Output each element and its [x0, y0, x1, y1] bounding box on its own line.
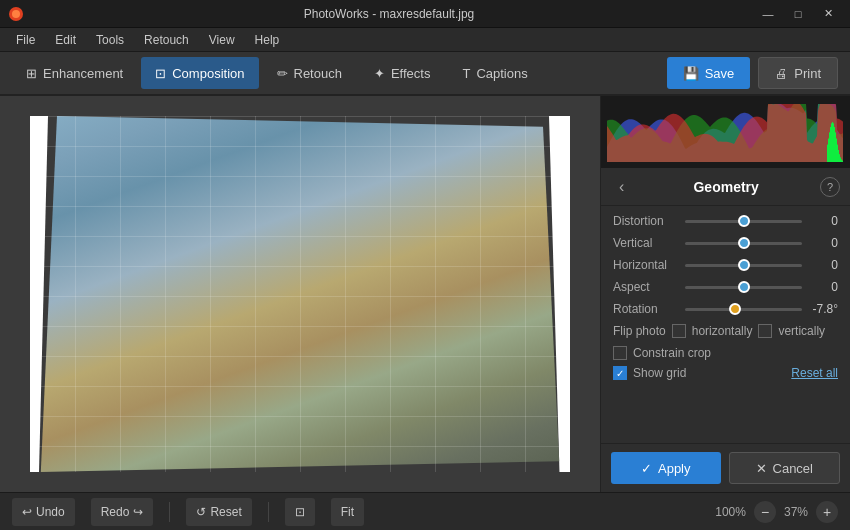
rotation-row: Rotation -7.8° — [613, 302, 838, 316]
vertical-value: 0 — [802, 236, 838, 250]
aspect-value: 0 — [802, 280, 838, 294]
distortion-value: 0 — [802, 214, 838, 228]
undo-button[interactable]: ↩ Undo — [12, 498, 75, 526]
menu-file[interactable]: File — [8, 31, 43, 49]
right-panel: ‹ Geometry ? Distortion 0 Vertical — [600, 96, 850, 492]
toolbar: ⊞ Enhancement ⊡ Composition ✏ Retouch ✦ … — [0, 52, 850, 96]
vertical-row: Vertical 0 — [613, 236, 838, 250]
retouch-icon: ✏ — [277, 66, 288, 81]
rotation-slider[interactable] — [685, 302, 802, 316]
show-grid-label: Show grid — [633, 366, 686, 380]
print-label: Print — [794, 66, 821, 81]
constrain-crop-row: Constrain crop — [613, 346, 838, 360]
fit-icon: ⊡ — [295, 505, 305, 519]
vertical-slider[interactable] — [685, 236, 802, 250]
flip-vertical-checkbox[interactable] — [758, 324, 772, 338]
app-icon — [8, 6, 24, 22]
composition-label: Composition — [172, 66, 244, 81]
constrain-crop-label: Constrain crop — [633, 346, 711, 360]
cancel-button[interactable]: ✕ Cancel — [729, 452, 841, 484]
menubar: File Edit Tools Retouch View Help — [0, 28, 850, 52]
redo-button[interactable]: Redo ↪ — [91, 498, 154, 526]
cancel-x-icon: ✕ — [756, 461, 767, 476]
cancel-label: Cancel — [773, 461, 813, 476]
menu-tools[interactable]: Tools — [88, 31, 132, 49]
statusbar-sep-1 — [169, 502, 170, 522]
grid-overlay — [30, 116, 570, 472]
menu-help[interactable]: Help — [247, 31, 288, 49]
fit-button[interactable]: ⊡ — [285, 498, 315, 526]
reset-all-link[interactable]: Reset all — [791, 366, 838, 380]
vertical-track — [685, 242, 802, 245]
effects-label: Effects — [391, 66, 431, 81]
zoom-out-button[interactable]: − — [754, 501, 776, 523]
aspect-track — [685, 286, 802, 289]
histogram-canvas — [607, 102, 843, 162]
sliders-area: Distortion 0 Vertical 0 — [601, 206, 850, 443]
minimize-button[interactable]: — — [754, 3, 782, 25]
distortion-thumb[interactable] — [738, 215, 750, 227]
geometry-header: ‹ Geometry ? — [601, 168, 850, 206]
effects-icon: ✦ — [374, 66, 385, 81]
tab-captions[interactable]: T Captions — [448, 57, 541, 89]
statusbar: ↩ Undo Redo ↪ ↺ Reset ⊡ Fit 100% − 37% + — [0, 492, 850, 530]
statusbar-sep-2 — [268, 502, 269, 522]
enhancement-icon: ⊞ — [26, 66, 37, 81]
statusbar-right: 100% − 37% + — [715, 501, 838, 523]
rotation-track — [685, 308, 802, 311]
apply-button[interactable]: ✓ Apply — [611, 452, 721, 484]
geometry-title: Geometry — [632, 179, 820, 195]
save-button[interactable]: 💾 Save — [667, 57, 751, 89]
photo-wrapper — [30, 116, 570, 472]
histogram — [601, 96, 850, 168]
constrain-crop-checkbox[interactable] — [613, 346, 627, 360]
show-grid-checkbox[interactable] — [613, 366, 627, 380]
print-button[interactable]: 🖨 Print — [758, 57, 838, 89]
tab-effects[interactable]: ✦ Effects — [360, 57, 445, 89]
show-grid-row: Show grid — [613, 366, 791, 380]
canvas-area[interactable] — [0, 96, 600, 492]
vertical-thumb[interactable] — [738, 237, 750, 249]
zoom-percentage: 100% — [715, 505, 746, 519]
flip-horizontal-checkbox[interactable] — [672, 324, 686, 338]
horizontal-thumb[interactable] — [738, 259, 750, 271]
aspect-thumb[interactable] — [738, 281, 750, 293]
close-button[interactable]: ✕ — [814, 3, 842, 25]
undo-label: Undo — [36, 505, 65, 519]
tab-retouch[interactable]: ✏ Retouch — [263, 57, 356, 89]
window-title: PhotoWorks - maxresdefault.jpg — [24, 7, 754, 21]
menu-edit[interactable]: Edit — [47, 31, 84, 49]
apply-check-icon: ✓ — [641, 461, 652, 476]
horizontal-label: Horizontal — [613, 258, 685, 272]
print-icon: 🖨 — [775, 66, 788, 81]
composition-icon: ⊡ — [155, 66, 166, 81]
flip-horizontal-label: horizontally — [692, 324, 753, 338]
reset-icon: ↺ — [196, 505, 206, 519]
rotation-label: Rotation — [613, 302, 685, 316]
window-controls: — □ ✕ — [754, 3, 842, 25]
maximize-button[interactable]: □ — [784, 3, 812, 25]
main-area: ‹ Geometry ? Distortion 0 Vertical — [0, 96, 850, 492]
menu-retouch[interactable]: Retouch — [136, 31, 197, 49]
redo-label: Redo — [101, 505, 130, 519]
distortion-track — [685, 220, 802, 223]
aspect-slider[interactable] — [685, 280, 802, 294]
geometry-help-button[interactable]: ? — [820, 177, 840, 197]
zoom-in-button[interactable]: + — [816, 501, 838, 523]
menu-view[interactable]: View — [201, 31, 243, 49]
save-icon: 💾 — [683, 66, 699, 81]
rotation-thumb[interactable] — [729, 303, 741, 315]
tab-composition[interactable]: ⊡ Composition — [141, 57, 258, 89]
horizontal-slider[interactable] — [685, 258, 802, 272]
geometry-back-button[interactable]: ‹ — [611, 174, 632, 200]
svg-point-1 — [12, 10, 20, 18]
tab-enhancement[interactable]: ⊞ Enhancement — [12, 57, 137, 89]
enhancement-label: Enhancement — [43, 66, 123, 81]
distortion-slider[interactable] — [685, 214, 802, 228]
horizontal-track — [685, 264, 802, 267]
reset-label: Reset — [210, 505, 241, 519]
fit-label-button[interactable]: Fit — [331, 498, 364, 526]
captions-label: Captions — [476, 66, 527, 81]
reset-button[interactable]: ↺ Reset — [186, 498, 251, 526]
undo-icon: ↩ — [22, 505, 32, 519]
